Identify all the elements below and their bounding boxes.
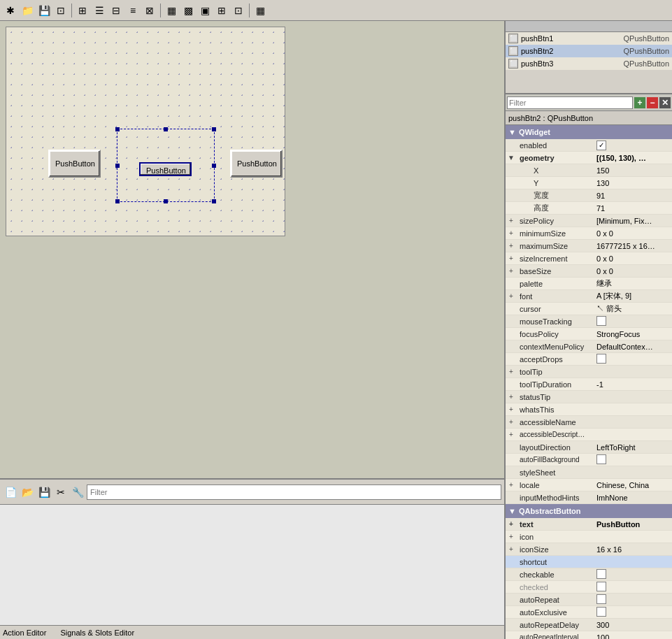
checked-checkbox[interactable] [596,582,606,591]
prop-autorepeat[interactable]: autoRepeat [506,594,672,606]
toolbar-icon4[interactable]: ⊡ [53,3,69,18]
prop-tooltip[interactable]: + toolTip [506,366,672,378]
prop-filter-x-btn[interactable]: ✕ [659,97,671,108]
toolbar-icon15[interactable]: ▦ [252,3,268,18]
prop-statustip-expand[interactable]: + [506,393,517,401]
prop-text[interactable]: + text PushButton [506,518,672,531]
prop-checked-value[interactable] [594,582,672,593]
handle-bl[interactable] [115,199,120,203]
prop-filter-input[interactable] [507,96,633,109]
enabled-checkbox[interactable] [596,141,606,150]
prop-y-value[interactable]: 130 [594,179,672,187]
prop-minsize[interactable]: + minimumSize 0 x 0 [506,227,672,240]
prop-contextmenupolicy[interactable]: contextMenuPolicy DefaultContex… [506,340,672,353]
prop-filter-minus-btn[interactable]: − [647,97,658,108]
prop-x-value[interactable]: 150 [594,166,672,175]
handle-mr[interactable] [212,164,216,168]
prop-whatsthis[interactable]: + whatsThis [506,403,672,416]
prop-maxsize-expand[interactable]: + [506,242,517,250]
autorepeat-checkbox[interactable] [596,594,606,604]
prop-layoutdirection[interactable]: layoutDirection LeftToRight [506,441,672,454]
prop-height-value[interactable]: 71 [594,204,672,213]
prop-iconsize-expand[interactable]: + [506,545,517,553]
prop-checkable-value[interactable] [594,569,672,580]
prop-height[interactable]: 高度 71 [506,202,672,215]
toolbar-icon13[interactable]: ⊞ [214,3,229,18]
prop-autorepeatinterval-value[interactable]: 100 [594,633,672,640]
prop-iconsize[interactable]: + iconSize 16 x 16 [506,543,672,556]
canvas-button-3[interactable]: PushButton [230,150,283,178]
autofill-checkbox[interactable] [596,454,606,464]
handle-bm[interactable] [164,199,168,203]
prop-autorepeatinterval[interactable]: autoRepeatInterval 100 [506,631,672,639]
prop-mousetracking-value[interactable] [594,316,672,327]
toolbar-icon6[interactable]: ☰ [92,3,107,18]
checkable-checkbox[interactable] [596,569,606,579]
prop-accessibledescript-expand[interactable]: + [506,431,517,438]
mousetracking-checkbox[interactable] [596,316,606,326]
object-row-1[interactable]: ⬜ pushBtn1 QPushButton [506,32,672,45]
prop-font-expand[interactable]: + [506,292,517,300]
prop-sizeincrement-expand[interactable]: + [506,254,517,262]
prop-enabled-value[interactable] [594,141,672,150]
canvas-inner[interactable]: PushButton PushButton PushButton [6,27,285,236]
prop-sizeincrement[interactable]: + sizeIncrement 0 x 0 [506,252,672,265]
toolbar-icon12[interactable]: ▣ [197,3,213,18]
prop-acceptdrops-value[interactable] [594,354,672,365]
toolbar-icon5[interactable]: ⊞ [75,3,90,18]
canvas-button-2[interactable]: PushButton [139,162,192,176]
autoexclusive-checkbox[interactable] [596,607,606,617]
prop-maxsize[interactable]: + maximumSize 16777215 x 16… [506,240,672,252]
prop-autofill[interactable]: autoFillBackground [506,454,672,466]
prop-shortcut[interactable]: shortcut [506,556,672,568]
prop-tooltipduration-value[interactable]: -1 [594,380,672,389]
acceptdrops-checkbox[interactable] [596,354,606,364]
prop-acceptdrops[interactable]: acceptDrops [506,353,672,366]
prop-autofill-value[interactable] [594,454,672,466]
action-icon3[interactable]: 💾 [36,484,52,500]
prop-autoexclusive-value[interactable] [594,607,672,618]
prop-autorepeatdelay[interactable]: autoRepeatDelay 300 [506,619,672,631]
prop-cursor[interactable]: cursor ↖ 箭头 [506,303,672,315]
prop-basesize[interactable]: + baseSize 0 x 0 [506,265,672,278]
prop-tooltip-expand[interactable]: + [506,368,517,375]
prop-sizepolicy-expand[interactable]: + [506,217,517,224]
toolbar-new[interactable]: ✱ [3,3,18,18]
prop-accessibledescript[interactable]: + accessibleDescript… [506,429,672,441]
toolbar-icon8[interactable]: ≡ [125,3,141,18]
section-qwidget-expand[interactable]: ▼ [508,128,516,136]
toolbar-icon7[interactable]: ⊟ [108,3,124,18]
toolbar-icon14[interactable]: ⊡ [231,3,246,18]
prop-palette[interactable]: palette 继承 [506,278,672,290]
handle-tl[interactable] [115,127,120,131]
action-icon4[interactable]: ✂ [53,484,69,500]
toolbar-icon10[interactable]: ▦ [164,3,179,18]
handle-ml[interactable] [115,164,120,168]
prop-font[interactable]: + font A [宋体, 9] [506,290,672,303]
prop-x[interactable]: X 150 [506,164,672,177]
prop-minsize-expand[interactable]: + [506,229,517,237]
prop-icon[interactable]: + icon [506,531,672,543]
toolbar-save[interactable]: 💾 [36,3,52,18]
action-icon1[interactable]: 📄 [3,484,18,500]
prop-checkable[interactable]: checkable [506,568,672,581]
prop-enabled[interactable]: enabled [506,139,672,152]
prop-sizepolicy[interactable]: + sizePolicy [Minimum, Fix… [506,215,672,227]
handle-tm[interactable] [164,127,168,131]
action-editor-label[interactable]: Action Editor [3,629,46,637]
canvas-button-1[interactable]: PushButton [48,150,101,178]
object-row-3[interactable]: ⬜ pushBtn3 QPushButton [506,57,672,70]
prop-mousetracking[interactable]: mouseTracking [506,315,672,328]
prop-geometry[interactable]: ▼ geometry [(150, 130), … [506,152,672,164]
prop-width-value[interactable]: 91 [594,192,672,200]
toolbar-icon11[interactable]: ▩ [180,3,196,18]
prop-accessiblename[interactable]: + accessibleName [506,416,672,429]
prop-focuspolicy[interactable]: focusPolicy StrongFocus [506,328,672,340]
prop-filter-add-btn[interactable]: + [634,97,645,108]
action-icon2[interactable]: 📂 [20,484,35,500]
object-row-2[interactable]: ⬜ pushBtn2 QPushButton [506,45,672,57]
prop-icon-expand[interactable]: + [506,533,517,540]
handle-tr[interactable] [212,127,216,131]
prop-inputmethodhints[interactable]: inputMethodHints ImhNone [506,491,672,504]
prop-autoexclusive[interactable]: autoExclusive [506,606,672,619]
